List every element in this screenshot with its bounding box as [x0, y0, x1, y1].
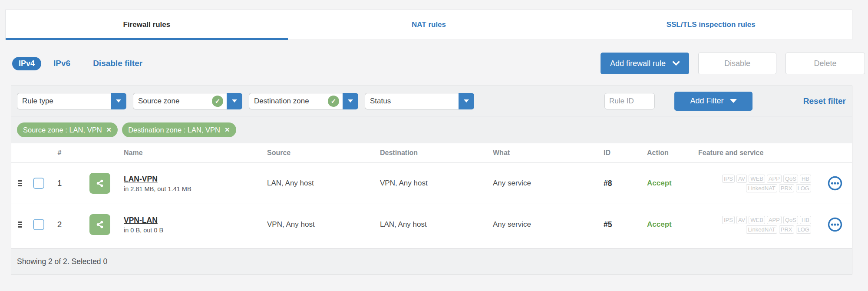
source-zone-dropdown-label: Source zone [138, 97, 212, 106]
rule-action: Accept [645, 220, 696, 229]
ipv6-toggle[interactable]: IPv6 [53, 59, 70, 68]
column-header-action: Action [645, 149, 696, 157]
rule-id: #8 [602, 179, 645, 188]
rule-source: VPN, Any host [265, 220, 378, 229]
badge-linkednat: LinkedNAT [746, 184, 777, 192]
feature-badges: IPS AV WEB APP QoS HB LinkedNAT PRX LOG [696, 175, 818, 192]
rule-tabs: Firewall rules NAT rules SSL/TLS inspect… [5, 10, 852, 40]
share-rule-icon [89, 173, 110, 194]
filter-chip-label: Source zone : LAN, VPN [23, 126, 102, 134]
rule-destination: LAN, Any host [378, 220, 491, 229]
rule-id: #5 [602, 220, 645, 229]
chevron-down-icon [673, 61, 680, 66]
tab-ssl-tls-inspection-rules[interactable]: SSL/TLS inspection rules [570, 10, 852, 40]
disable-filter-link[interactable]: Disable filter [93, 59, 142, 68]
row-checkbox[interactable] [33, 219, 44, 230]
column-header-destination: Destination [378, 149, 491, 157]
filter-bar: Rule type Source zone ✓ Destination zone… [11, 86, 852, 116]
badge-web: WEB [749, 216, 765, 224]
column-header-source: Source [265, 149, 378, 157]
table-row: 2 VPN-LAN in 0 B, out 0 B VPN, Any host … [11, 204, 852, 245]
rule-type-dropdown[interactable]: Rule type [17, 93, 126, 109]
source-zone-dropdown[interactable]: Source zone ✓ [133, 93, 242, 109]
badge-web: WEB [749, 175, 765, 183]
table-header: # Name Source Destination What ID Action… [11, 143, 852, 162]
badge-qos: QoS [783, 216, 798, 224]
filter-chip-label: Destination zone : LAN, VPN [128, 126, 220, 134]
destination-zone-dropdown-label: Destination zone [254, 97, 328, 106]
add-firewall-rule-label: Add firewall rule [610, 59, 666, 68]
badge-prx: PRX [779, 184, 794, 192]
destination-zone-dropdown-arrow[interactable] [343, 93, 358, 109]
table-row: 1 LAN-VPN in 2.81 MB, out 1.41 MB LAN, A… [11, 162, 852, 204]
share-rule-icon [89, 214, 110, 235]
rule-id-input[interactable] [604, 93, 655, 109]
rule-action: Accept [645, 179, 696, 188]
toolbar: IPv4 IPv6 Disable filter Add firewall ru… [12, 52, 865, 75]
filter-chip-destination-zone[interactable]: Destination zone : LAN, VPN ✕ [122, 122, 236, 137]
status-dropdown-arrow[interactable] [459, 93, 474, 109]
badge-hb: HB [800, 175, 811, 183]
badge-hb: HB [800, 216, 811, 224]
rule-name-link[interactable]: VPN-LAN [124, 216, 265, 225]
status-dropdown-label: Status [370, 97, 455, 106]
feature-badges: IPS AV WEB APP QoS HB LinkedNAT PRX LOG [696, 216, 818, 234]
destination-zone-dropdown[interactable]: Destination zone ✓ [249, 93, 358, 109]
column-header-feature: Feature and service [696, 149, 818, 157]
row-number: 1 [47, 179, 72, 188]
column-header-what: What [491, 149, 602, 157]
tab-firewall-rules[interactable]: Firewall rules [6, 10, 288, 40]
table-footer-status: Showing 2 of 2. Selected 0 [11, 248, 852, 274]
rule-what: Any service [491, 179, 602, 188]
badge-log: LOG [796, 184, 811, 192]
badge-prx: PRX [779, 225, 794, 234]
column-header-name: Name [122, 149, 265, 157]
dropdown-arrow-icon [232, 99, 237, 103]
row-more-menu-icon[interactable] [818, 175, 852, 191]
source-zone-dropdown-arrow[interactable] [227, 93, 242, 109]
badge-ips: IPS [722, 175, 735, 183]
remove-filter-icon[interactable]: ✕ [106, 126, 112, 134]
active-filter-chips: Source zone : LAN, VPN ✕ Destination zon… [11, 116, 852, 143]
status-dropdown[interactable]: Status [365, 93, 474, 109]
remove-filter-icon[interactable]: ✕ [224, 126, 230, 134]
rule-type-dropdown-arrow[interactable] [111, 93, 126, 109]
drag-handle-icon[interactable] [11, 180, 29, 186]
table-bottom-spacer [11, 245, 852, 248]
badge-av: AV [736, 175, 747, 183]
rule-name-link[interactable]: LAN-VPN [124, 175, 265, 184]
add-filter-label: Add Filter [690, 96, 723, 106]
rule-what: Any service [491, 220, 602, 229]
row-more-menu-icon[interactable] [818, 217, 852, 232]
dropdown-arrow-icon [464, 99, 469, 103]
dropdown-arrow-icon [348, 99, 353, 103]
add-firewall-rule-button[interactable]: Add firewall rule [601, 53, 689, 74]
add-filter-button[interactable]: Add Filter [674, 92, 752, 111]
row-number: 2 [47, 220, 72, 229]
rule-traffic: in 2.81 MB, out 1.41 MB [124, 185, 265, 192]
caret-down-icon [730, 99, 737, 103]
delete-button[interactable]: Delete [785, 53, 865, 74]
badge-ips: IPS [722, 216, 735, 224]
column-header-num: # [47, 149, 72, 157]
disable-button[interactable]: Disable [698, 53, 776, 74]
badge-qos: QoS [783, 175, 798, 183]
reset-filter-link[interactable]: Reset filter [803, 96, 846, 106]
filter-applied-check-icon: ✓ [212, 96, 223, 107]
ipv4-toggle[interactable]: IPv4 [12, 57, 41, 70]
badge-log: LOG [796, 225, 811, 234]
badge-av: AV [736, 216, 747, 224]
dropdown-arrow-icon [116, 99, 121, 103]
badge-app: APP [767, 175, 782, 183]
filter-applied-check-icon: ✓ [328, 96, 339, 107]
badge-app: APP [767, 216, 782, 224]
firewall-rules-panel: Rule type Source zone ✓ Destination zone… [11, 86, 852, 274]
rule-type-dropdown-label: Rule type [22, 97, 107, 106]
tab-nat-rules[interactable]: NAT rules [288, 10, 570, 40]
rule-destination: VPN, Any host [378, 179, 491, 188]
drag-handle-icon[interactable] [11, 222, 29, 228]
rule-traffic: in 0 B, out 0 B [124, 227, 265, 234]
row-checkbox[interactable] [33, 178, 44, 189]
column-header-id: ID [602, 149, 645, 157]
filter-chip-source-zone[interactable]: Source zone : LAN, VPN ✕ [17, 122, 118, 137]
